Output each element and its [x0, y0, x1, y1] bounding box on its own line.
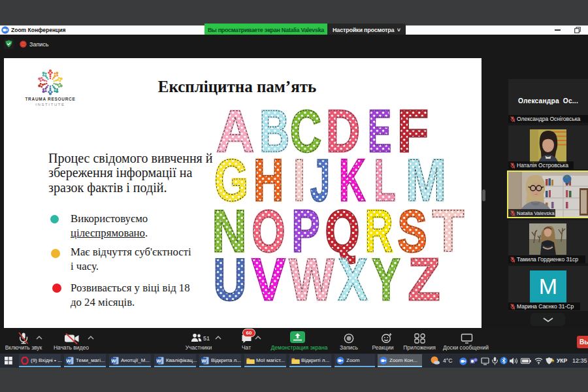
svg-text:W: W: [111, 358, 116, 364]
svg-text:W: W: [156, 358, 161, 364]
svg-text:W: W: [201, 358, 206, 364]
svg-text:Y: Y: [372, 247, 400, 312]
svg-text:Z: Z: [408, 247, 440, 312]
svg-text:!: !: [553, 359, 553, 362]
svg-text:X: X: [338, 247, 368, 312]
svg-text:W: W: [66, 358, 71, 364]
svg-text:W: W: [289, 247, 335, 312]
svg-text:U: U: [214, 247, 247, 312]
svg-text:V: V: [252, 247, 286, 312]
